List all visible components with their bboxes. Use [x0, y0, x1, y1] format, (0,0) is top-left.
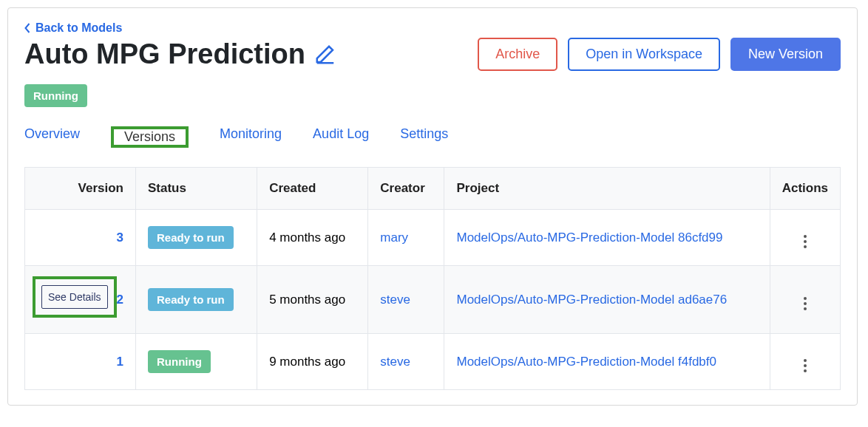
- tabs: Overview Versions Monitoring Audit Log S…: [24, 126, 841, 148]
- status-badge: Ready to run: [148, 288, 234, 311]
- project-link[interactable]: ModelOps/Auto-MPG-Prediction-Model ad6ae…: [456, 293, 727, 307]
- tab-overview[interactable]: Overview: [24, 126, 80, 148]
- page-title: Auto MPG Prediction: [24, 38, 305, 70]
- back-to-models-link[interactable]: Back to Models: [24, 21, 122, 35]
- creator-link[interactable]: steve: [380, 355, 410, 369]
- tab-audit-log[interactable]: Audit Log: [313, 126, 369, 148]
- project-link[interactable]: ModelOps/Auto-MPG-Prediction-Model 86cfd…: [456, 230, 722, 245]
- version-number[interactable]: 1: [25, 334, 136, 390]
- project-link[interactable]: ModelOps/Auto-MPG-Prediction-Model f4fdb…: [456, 355, 716, 369]
- row-menu-icon[interactable]: [804, 359, 807, 372]
- tab-monitoring[interactable]: Monitoring: [220, 126, 282, 148]
- created-cell: 5 months ago: [257, 266, 368, 334]
- creator-link[interactable]: steve: [380, 293, 410, 307]
- status-badge: Running: [148, 350, 211, 373]
- table-row: See Details 2 Ready to run 5 months ago …: [25, 266, 841, 334]
- open-in-workspace-button[interactable]: Open in Workspace: [568, 38, 720, 71]
- back-link-label: Back to Models: [35, 21, 122, 35]
- created-cell: 4 months ago: [257, 210, 368, 266]
- created-cell: 9 months ago: [257, 334, 368, 390]
- table-row: 3 Ready to run 4 months ago mary ModelOp…: [25, 210, 841, 266]
- version-number[interactable]: 3: [25, 210, 136, 266]
- see-details-button[interactable]: See Details: [41, 285, 108, 309]
- highlight-see-details: See Details: [33, 276, 117, 318]
- col-actions: Actions: [770, 168, 840, 210]
- col-creator: Creator: [368, 168, 444, 210]
- chevron-left-icon: [24, 23, 31, 33]
- tab-versions[interactable]: Versions: [114, 125, 186, 148]
- versions-table: Version Status Created Creator Project A…: [24, 167, 841, 390]
- edit-icon[interactable]: [314, 44, 336, 66]
- new-version-button[interactable]: New Version: [730, 38, 841, 71]
- status-badge: Ready to run: [148, 226, 234, 249]
- tab-settings[interactable]: Settings: [400, 126, 448, 148]
- col-created: Created: [257, 168, 368, 210]
- col-project: Project: [444, 168, 770, 210]
- model-status-badge: Running: [24, 84, 87, 107]
- main-panel: Back to Models Auto MPG Prediction Archi…: [7, 7, 858, 406]
- version-number[interactable]: See Details 2: [25, 266, 136, 334]
- creator-link[interactable]: mary: [380, 230, 408, 245]
- table-row: 1 Running 9 months ago steve ModelOps/Au…: [25, 334, 841, 390]
- row-menu-icon[interactable]: [804, 297, 807, 310]
- highlight-versions-tab: Versions: [111, 126, 189, 148]
- col-version: Version: [25, 168, 136, 210]
- row-menu-icon[interactable]: [804, 235, 807, 248]
- col-status: Status: [136, 168, 257, 210]
- archive-button[interactable]: Archive: [478, 38, 557, 71]
